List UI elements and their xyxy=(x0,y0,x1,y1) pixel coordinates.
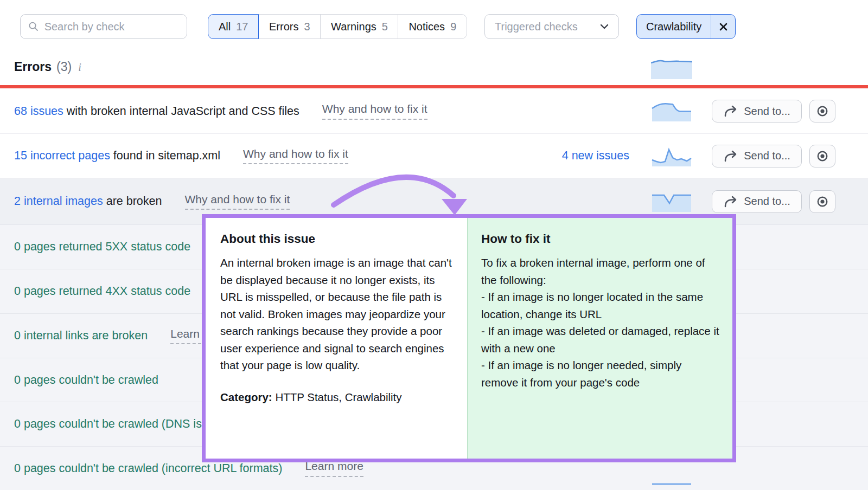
section-title: Errors xyxy=(14,60,52,74)
tab-errors-label: Errors xyxy=(269,21,298,33)
issue-text: 0 pages couldn't be crawled (incorrect U… xyxy=(14,462,282,475)
issue-text: 68 issues with broken internal JavaScrip… xyxy=(14,105,299,118)
issue-text: 0 pages returned 4XX status code xyxy=(14,285,190,298)
trend-sparkline xyxy=(651,145,692,167)
send-to-button[interactable]: Send to... xyxy=(712,145,802,167)
issue-text: 2 internal images are broken xyxy=(14,195,162,208)
send-arrow-icon xyxy=(723,105,738,117)
issue-text: 0 pages couldn't be crawled xyxy=(14,373,158,387)
crawlability-chip-label: Crawlability xyxy=(637,15,711,38)
issue-info-popup: About this issue An internal broken imag… xyxy=(202,214,736,462)
issue-count-link[interactable]: 15 incorrect pages xyxy=(14,149,110,162)
tab-notices[interactable]: Notices 9 xyxy=(398,14,467,39)
about-body: An internal broken image is an image tha… xyxy=(220,254,453,374)
eye-icon xyxy=(816,195,829,208)
hide-issue-button[interactable] xyxy=(809,190,835,213)
new-issues-link[interactable]: 4 new issues xyxy=(553,149,629,163)
tab-all-label: All xyxy=(219,21,231,33)
how-to-fix-panel: How to fix it To fix a broken internal i… xyxy=(467,218,732,459)
search-by-check-box[interactable] xyxy=(20,14,187,39)
issue-description: found in sitemap.xml xyxy=(110,149,220,162)
learn-more-link[interactable]: Learn more xyxy=(305,460,363,476)
tab-errors-count: 3 xyxy=(304,21,310,33)
fix-bullet: - If an image was deleted or damaged, re… xyxy=(481,323,719,357)
crawlability-filter-chip[interactable]: Crawlability xyxy=(636,14,736,39)
eye-icon xyxy=(816,150,829,163)
issue-row-sitemap-incorrect-pages[interactable]: 15 incorrect pages found in sitemap.xml … xyxy=(0,133,868,178)
issue-text: 0 internal links are broken xyxy=(14,329,148,343)
issue-count-link[interactable]: 68 issues xyxy=(14,105,63,118)
category-value: HTTP Status, Crawlability xyxy=(272,391,402,403)
category-line: Category: HTTP Status, Crawlability xyxy=(220,389,453,406)
hide-issue-button[interactable] xyxy=(809,100,835,122)
search-input[interactable] xyxy=(44,21,179,33)
issue-description: with broken internal JavaScript and CSS … xyxy=(63,105,299,118)
send-to-button[interactable]: Send to... xyxy=(712,190,802,213)
fix-title: How to fix it xyxy=(481,232,719,246)
remove-filter-button[interactable] xyxy=(711,15,735,38)
tab-notices-count: 9 xyxy=(450,21,456,33)
fix-bullet: - If an image is no longer located in th… xyxy=(481,288,719,323)
tab-notices-label: Notices xyxy=(409,21,445,33)
send-to-label: Send to... xyxy=(744,105,790,118)
triggered-checks-dropdown[interactable]: Triggered checks xyxy=(484,14,619,39)
tab-warnings[interactable]: Warnings 5 xyxy=(320,14,399,39)
issue-description: are broken xyxy=(103,195,162,208)
chevron-down-icon xyxy=(600,24,609,29)
site-audit-issues-page: All 17 Errors 3 Warnings 5 Notices 9 Tri… xyxy=(0,0,868,490)
about-this-issue-panel: About this issue An internal broken imag… xyxy=(206,218,467,459)
section-count: (3) xyxy=(56,60,72,74)
fix-intro: To fix a broken internal image, perform … xyxy=(481,254,719,288)
send-arrow-icon xyxy=(723,150,738,162)
tab-errors[interactable]: Errors 3 xyxy=(258,14,321,39)
info-icon[interactable]: i xyxy=(76,61,81,74)
issue-text: 0 pages couldn't be crawled (DNS issues) xyxy=(14,417,230,431)
issue-count-link[interactable]: 2 internal images xyxy=(14,195,103,208)
why-how-to-fix-link[interactable]: Why and how to fix it xyxy=(243,147,348,164)
send-to-label: Send to... xyxy=(744,195,790,208)
section-trend-sparkline xyxy=(651,56,692,79)
tab-warnings-label: Warnings xyxy=(331,21,376,33)
issue-text: 15 incorrect pages found in sitemap.xml xyxy=(14,149,220,163)
trend-sparkline xyxy=(651,190,692,213)
send-to-label: Send to... xyxy=(744,150,790,162)
why-how-to-fix-link[interactable]: Why and how to fix it xyxy=(185,193,290,210)
send-arrow-icon xyxy=(723,196,738,208)
why-how-to-fix-link[interactable]: Why and how to fix it xyxy=(322,102,427,119)
issue-row-broken-js-css[interactable]: 68 issues with broken internal JavaScrip… xyxy=(0,89,868,133)
tab-all-count: 17 xyxy=(236,21,248,33)
fix-bullet: - If an image is no longer needed, simpl… xyxy=(481,357,719,391)
tab-warnings-count: 5 xyxy=(382,21,388,33)
trend-sparkline xyxy=(651,100,692,122)
tab-all[interactable]: All 17 xyxy=(208,14,259,39)
search-icon xyxy=(28,21,39,33)
category-label: Category: xyxy=(220,391,272,403)
send-to-button[interactable]: Send to... xyxy=(712,100,802,122)
errors-severity-bar xyxy=(0,85,868,88)
issue-text: 0 pages returned 5XX status code xyxy=(14,240,190,254)
close-icon xyxy=(719,23,727,31)
trend-sparkline-flat xyxy=(651,467,692,489)
about-title: About this issue xyxy=(220,232,453,246)
eye-icon xyxy=(816,105,829,118)
errors-section-header: Errors (3) i xyxy=(14,60,81,74)
hide-issue-button[interactable] xyxy=(809,145,835,167)
issue-filter-tabs: All 17 Errors 3 Warnings 5 Notices 9 xyxy=(208,14,467,39)
triggered-checks-label: Triggered checks xyxy=(495,21,578,33)
